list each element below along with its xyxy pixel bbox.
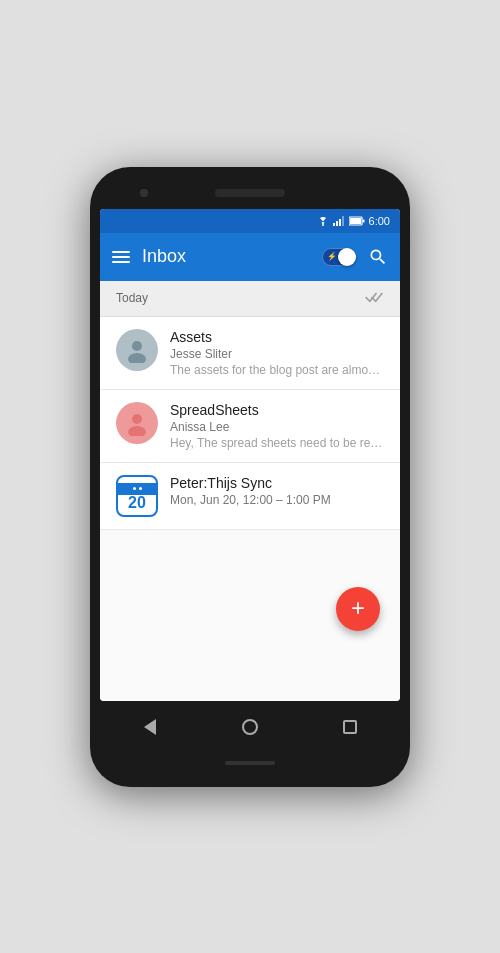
hamburger-line: [112, 261, 130, 263]
calendar-day: 20: [128, 495, 146, 515]
svg-point-8: [132, 341, 142, 351]
phone-top-bar: [100, 181, 400, 205]
app-bar: Inbox ⚡: [100, 233, 400, 281]
inbox-item[interactable]: SpreadSheets Anissa Lee Hey, The spread …: [100, 390, 400, 463]
compose-button[interactable]: +: [336, 587, 380, 631]
calendar-dot: [133, 487, 136, 490]
phone-screen: 6:00 Inbox ⚡ Today: [100, 209, 400, 701]
plus-icon: +: [351, 596, 365, 620]
app-bar-actions: ⚡: [322, 247, 388, 267]
inbox-list: Assets Jesse Sliter The assets for the b…: [100, 317, 400, 701]
mark-done-icon[interactable]: [364, 290, 384, 306]
svg-rect-3: [339, 219, 341, 226]
back-button[interactable]: [135, 712, 165, 742]
phone-home-bar: [225, 761, 275, 765]
calendar-avatar: 20: [116, 475, 158, 517]
signal-icon: [333, 216, 345, 226]
bottom-nav: [100, 705, 400, 749]
inbox-preview: Hey, The spread sheets need to be ready …: [170, 436, 384, 450]
svg-point-0: [322, 224, 324, 226]
inbox-event-time: Mon, Jun 20, 12:00 – 1:00 PM: [170, 493, 384, 507]
menu-button[interactable]: [112, 251, 130, 263]
calendar-top-dots: [133, 487, 142, 490]
inbox-subject: Assets: [170, 329, 384, 345]
inbox-subject: SpreadSheets: [170, 402, 384, 418]
today-bar: Today: [100, 281, 400, 317]
svg-point-9: [128, 353, 146, 363]
status-icons: 6:00: [317, 215, 390, 227]
avatar: [116, 329, 158, 371]
inbox-sender: Jesse Sliter: [170, 347, 384, 361]
svg-rect-2: [336, 221, 338, 226]
recents-icon: [343, 720, 357, 734]
svg-point-10: [132, 414, 142, 424]
fab-container: +: [336, 587, 380, 631]
inbox-item-content: Assets Jesse Sliter The assets for the b…: [170, 329, 384, 377]
hamburger-line: [112, 256, 130, 258]
inbox-subject: Peter:Thijs Sync: [170, 475, 384, 491]
home-button[interactable]: [235, 712, 265, 742]
home-icon: [242, 719, 258, 735]
back-icon: [144, 719, 156, 735]
hamburger-line: [112, 251, 130, 253]
today-label: Today: [116, 291, 148, 305]
camera: [140, 189, 148, 197]
svg-rect-7: [350, 218, 361, 224]
toggle-view-button[interactable]: ⚡: [322, 248, 356, 266]
phone-bottom-bar: [100, 753, 400, 773]
inbox-item-content: SpreadSheets Anissa Lee Hey, The spread …: [170, 402, 384, 450]
inbox-item[interactable]: Assets Jesse Sliter The assets for the b…: [100, 317, 400, 390]
recents-button[interactable]: [335, 712, 365, 742]
inbox-item-content: Peter:Thijs Sync Mon, Jun 20, 12:00 – 1:…: [170, 475, 384, 507]
battery-icon: [349, 216, 365, 226]
toggle-thumb: [338, 248, 356, 266]
svg-rect-6: [362, 219, 364, 222]
speaker: [215, 189, 285, 197]
wifi-icon: [317, 216, 329, 226]
inbox-sender: Anissa Lee: [170, 420, 384, 434]
inbox-item[interactable]: 20 Peter:Thijs Sync Mon, Jun 20, 12:00 –…: [100, 463, 400, 530]
toggle-icon: ⚡: [327, 252, 337, 261]
svg-rect-1: [333, 223, 335, 226]
calendar-top: [118, 483, 156, 495]
avatar: [116, 402, 158, 444]
calendar-dot: [139, 487, 142, 490]
svg-rect-4: [342, 216, 344, 226]
svg-point-11: [128, 426, 146, 436]
app-title: Inbox: [142, 246, 310, 267]
inbox-preview: The assets for the blog post are almost …: [170, 363, 384, 377]
status-time: 6:00: [369, 215, 390, 227]
phone-frame: 6:00 Inbox ⚡ Today: [90, 167, 410, 787]
search-icon[interactable]: [368, 247, 388, 267]
status-bar: 6:00: [100, 209, 400, 233]
